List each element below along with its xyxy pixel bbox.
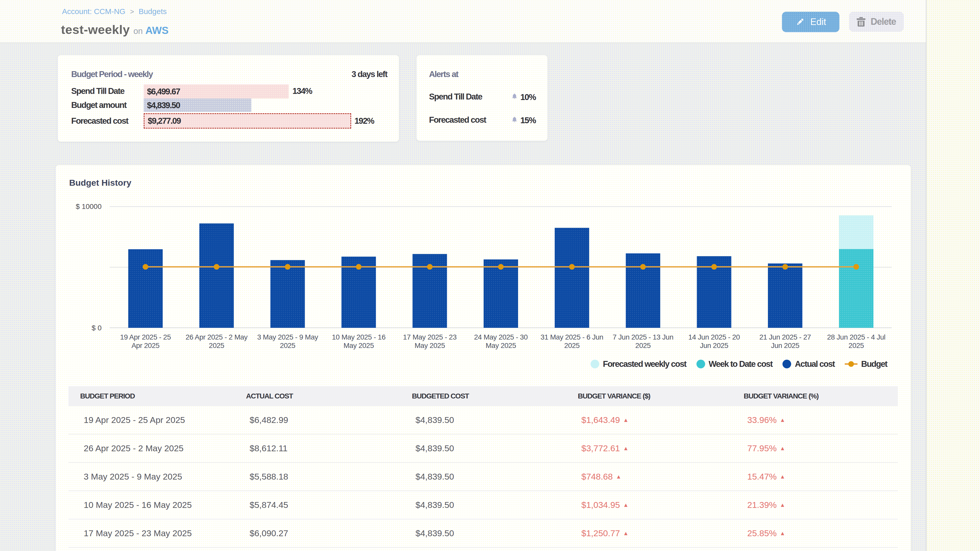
svg-text:2025: 2025	[280, 341, 295, 349]
svg-text:28 Jun 2025 - 4 Jul: 28 Jun 2025 - 4 Jul	[827, 333, 886, 341]
svg-text:3 May 2025 - 9 May: 3 May 2025 - 9 May	[257, 333, 318, 341]
svg-text:31 May 2025 - 6 Jun: 31 May 2025 - 6 Jun	[541, 333, 603, 341]
svg-text:19 Apr 2025 - 25: 19 Apr 2025 - 25	[120, 333, 171, 341]
svg-text:Apr 2025: Apr 2025	[131, 341, 159, 349]
svg-text:26 Apr 2025 - 2 May: 26 Apr 2025 - 2 May	[186, 333, 248, 341]
svg-text:21 Jun 2025 - 27: 21 Jun 2025 - 27	[759, 333, 811, 341]
svg-text:24 May 2025 - 30: 24 May 2025 - 30	[474, 333, 528, 341]
svg-text:May 2025: May 2025	[415, 341, 445, 349]
svg-text:Jun 2025: Jun 2025	[771, 341, 799, 349]
svg-text:May 2025: May 2025	[486, 341, 516, 349]
svg-text:Jun 2025: Jun 2025	[700, 341, 728, 349]
svg-text:May 2025: May 2025	[344, 341, 374, 349]
svg-text:2025: 2025	[849, 341, 864, 349]
svg-text:$ 10000: $ 10000	[76, 203, 102, 210]
svg-text:2025: 2025	[635, 341, 651, 349]
svg-text:2025: 2025	[564, 341, 579, 349]
svg-text:10 May 2025 - 16: 10 May 2025 - 16	[332, 333, 386, 341]
svg-text:2025: 2025	[209, 341, 224, 349]
svg-text:7 Jun 2025 - 13 Jun: 7 Jun 2025 - 13 Jun	[612, 333, 673, 341]
svg-text:17 May 2025 - 23: 17 May 2025 - 23	[403, 333, 457, 341]
svg-text:14 Jun 2025 - 20: 14 Jun 2025 - 20	[688, 333, 740, 341]
svg-text:$ 0: $ 0	[92, 324, 102, 332]
